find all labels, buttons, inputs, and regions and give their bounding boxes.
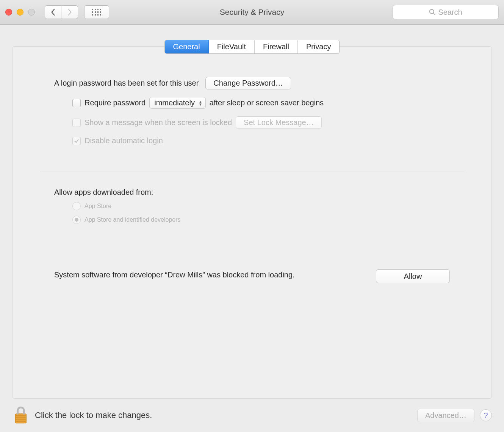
change-password-button[interactable]: Change Password… xyxy=(205,77,291,89)
show-all-button[interactable] xyxy=(84,5,109,19)
footer: Click the lock to make changes. Advanced… xyxy=(0,399,504,432)
tab-general[interactable]: General xyxy=(165,40,209,53)
grid-icon xyxy=(92,9,102,16)
lock-icon[interactable] xyxy=(12,406,30,425)
titlebar: Security & Privacy Search xyxy=(0,0,504,25)
maximize-button xyxy=(28,9,35,16)
disable-auto-login-checkbox xyxy=(72,137,81,145)
require-password-label-prefix: Require password xyxy=(85,99,146,107)
search-placeholder: Search xyxy=(438,8,462,17)
svg-rect-6 xyxy=(15,421,26,422)
radio-identified-developers-label: App Store and identified developers xyxy=(85,216,181,223)
radio-identified-developers xyxy=(72,216,81,224)
allow-button[interactable]: Allow xyxy=(376,269,450,283)
svg-rect-5 xyxy=(15,419,26,420)
require-password-label-suffix: after sleep or screen saver begins xyxy=(210,99,324,107)
close-button[interactable] xyxy=(5,9,12,16)
login-password-set-text: A login password has been set for this u… xyxy=(54,79,199,88)
advanced-button: Advanced… xyxy=(417,409,474,422)
window-controls xyxy=(5,9,35,16)
blocked-software-text: System software from developer “Drew Mil… xyxy=(54,269,295,280)
search-input[interactable]: Search xyxy=(393,5,499,19)
search-icon xyxy=(429,9,436,16)
tab-bar: General FileVault Firewall Privacy xyxy=(164,40,340,54)
radio-app-store-label: App Store xyxy=(85,203,111,210)
tab-privacy[interactable]: Privacy xyxy=(298,40,340,53)
nav-buttons xyxy=(45,5,78,19)
chevron-left-icon xyxy=(50,9,56,16)
lock-text: Click the lock to make changes. xyxy=(35,410,152,420)
show-lock-message-checkbox xyxy=(72,119,81,127)
show-lock-message-label: Show a message when the screen is locked xyxy=(85,118,232,127)
select-value: immediately xyxy=(154,99,195,107)
svg-rect-3 xyxy=(15,415,26,416)
svg-rect-4 xyxy=(15,417,26,418)
help-button[interactable]: ? xyxy=(480,409,492,421)
svg-point-0 xyxy=(430,9,434,14)
radio-app-store xyxy=(72,202,81,210)
require-password-checkbox[interactable] xyxy=(72,99,81,107)
forward-button xyxy=(61,5,78,19)
main-panel: A login password has been set for this u… xyxy=(12,46,492,399)
minimize-button[interactable] xyxy=(17,9,23,16)
tab-filevault[interactable]: FileVault xyxy=(209,40,255,53)
tab-firewall[interactable]: Firewall xyxy=(255,40,298,53)
disable-auto-login-label: Disable automatic login xyxy=(85,136,163,145)
stepper-icon: ▲▼ xyxy=(199,100,202,106)
svg-line-1 xyxy=(434,13,435,15)
chevron-right-icon xyxy=(67,9,72,16)
set-lock-message-button: Set Lock Message… xyxy=(236,116,322,129)
back-button[interactable] xyxy=(45,5,61,19)
divider xyxy=(40,172,464,172)
window-title: Security & Privacy xyxy=(220,8,284,17)
allow-apps-title: Allow apps downloaded from: xyxy=(54,188,450,197)
require-password-delay-select[interactable]: immediately ▲▼ xyxy=(149,97,206,109)
